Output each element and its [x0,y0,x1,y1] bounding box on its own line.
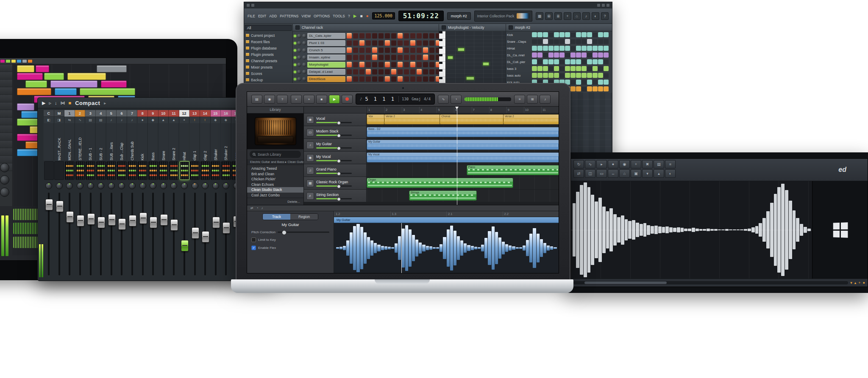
pattern-cell[interactable] [537,46,542,51]
track-header[interactable] [0,72,12,80]
volume-fader[interactable] [221,190,231,279]
step-cell[interactable] [429,62,434,67]
pattern-track-name[interactable]: Kick [507,33,531,37]
pan-knob[interactable] [108,182,115,189]
step-cell[interactable] [398,62,403,67]
mute-led[interactable] [294,63,296,66]
step-cell[interactable] [378,33,384,39]
browser-item[interactable]: Channel presets [245,58,292,64]
slider-knob[interactable] [337,185,341,188]
waveform-thumbnail[interactable] [148,161,158,180]
browser-item[interactable]: Plugin presets [245,51,292,58]
pattern-cell[interactable] [548,52,554,58]
edison-tool-icon[interactable]: ▭ [596,169,607,178]
pattern-cell[interactable] [581,52,587,58]
channel-number[interactable]: C [44,110,54,117]
pattern-cell[interactable] [581,59,587,64]
pattern-cell[interactable] [543,32,548,37]
step-cell[interactable] [366,55,371,60]
mixer-tool-icon[interactable]: ■ [69,98,72,108]
slider-knob[interactable] [337,134,341,138]
waveform-thumbnail[interactable] [180,161,189,180]
step-cell[interactable] [417,55,422,60]
menu-edit[interactable]: EDIT [258,14,266,18]
step-cell[interactable] [347,40,352,46]
channel-rack-header[interactable]: Channel rack [293,24,439,31]
channel-number[interactable]: 12 [179,110,190,117]
pattern-clip[interactable] [25,80,47,88]
pattern-cell[interactable] [543,66,548,71]
pattern-cell[interactable] [604,39,609,44]
waveform-thumbnail[interactable] [86,161,95,180]
mute-led[interactable] [294,42,296,44]
toolbar-button[interactable]: ◔ [451,95,462,104]
step-cell[interactable] [347,33,352,39]
patch-item[interactable]: Chicken Pickin' [247,177,303,182]
step-cell[interactable] [372,33,377,39]
edison-tool-icon[interactable]: ∿ [585,160,595,168]
step-cell[interactable] [404,33,409,39]
edison-tool-icon[interactable]: ✖ [642,160,653,168]
pattern-cell[interactable] [543,52,548,58]
record-button[interactable] [342,95,353,104]
pattern-cell[interactable] [570,46,576,51]
menu-options[interactable]: OPTIONS [314,14,330,18]
slider-knob[interactable] [337,197,341,201]
step-cell[interactable] [372,69,377,74]
pan-knob[interactable] [139,182,146,189]
step-cell[interactable] [404,76,409,82]
volume-fader[interactable] [189,190,200,279]
track-volume-slider[interactable] [316,122,352,123]
pattern-cell[interactable] [581,32,587,37]
pattern-cell[interactable] [548,66,554,71]
volume-knob[interactable] [302,41,306,45]
toolbar-icon[interactable]: + [564,12,571,20]
pattern-cell[interactable] [598,46,603,51]
fader-handle[interactable] [66,211,74,223]
pattern-cell[interactable] [532,59,537,64]
pattern-cell[interactable] [559,52,565,58]
step-cell[interactable] [359,62,364,67]
track-lane[interactable]: My Vocal [367,152,559,164]
channel-number[interactable]: 11 [169,110,179,117]
fader-handle[interactable] [223,222,230,234]
track-lane[interactable]: VoxVerse 2ChorusVerse 2 [367,113,559,126]
pattern-clip[interactable] [50,80,97,88]
waveform-thumbnail[interactable] [128,161,137,180]
pattern-cell[interactable] [554,32,559,37]
pattern-cell[interactable] [570,66,576,71]
fader-handle[interactable] [87,213,95,225]
step-cell[interactable] [378,76,384,82]
step-cell[interactable] [378,40,384,46]
step-cell[interactable] [372,40,377,46]
pattern-cell[interactable] [593,73,598,78]
browser-item[interactable]: Scores [245,70,292,77]
edison-tool-icon[interactable]: ↔ [608,169,618,178]
piano-roll-header[interactable]: Morphologist - Velocity [439,24,506,31]
pattern-cell[interactable] [604,32,609,37]
knob[interactable] [0,163,9,172]
pattern-cell[interactable] [576,73,581,78]
step-cell[interactable] [398,69,403,74]
volume-knob[interactable] [302,77,306,81]
step-cell[interactable] [423,69,428,74]
step-cell[interactable] [404,62,409,67]
volume-fader[interactable] [117,190,127,279]
pattern-cell[interactable] [570,73,576,78]
mixer-channel[interactable]: 13!clap 1 [189,110,200,279]
fader-handle[interactable] [56,201,64,212]
waveform-thumbnail[interactable] [211,161,220,180]
mixer-channel[interactable]: M◨MAST...RACK [54,110,65,279]
track-header[interactable] [0,133,12,141]
mixer-channel[interactable]: 8●Kick [137,110,148,279]
pattern-cell[interactable] [548,59,554,64]
pattern-cell[interactable] [554,73,559,78]
zoom-icon[interactable]: ◔ [256,206,259,210]
pattern-cell[interactable] [554,52,559,58]
step-cell[interactable] [410,47,415,53]
channel-number[interactable]: 8 [137,110,148,117]
timeline-ruler[interactable]: 1234567891011 [367,107,559,113]
tempo-display[interactable]: 125.000 [372,12,395,19]
pan-knob[interactable] [56,182,63,189]
fader-handle[interactable] [97,217,105,228]
